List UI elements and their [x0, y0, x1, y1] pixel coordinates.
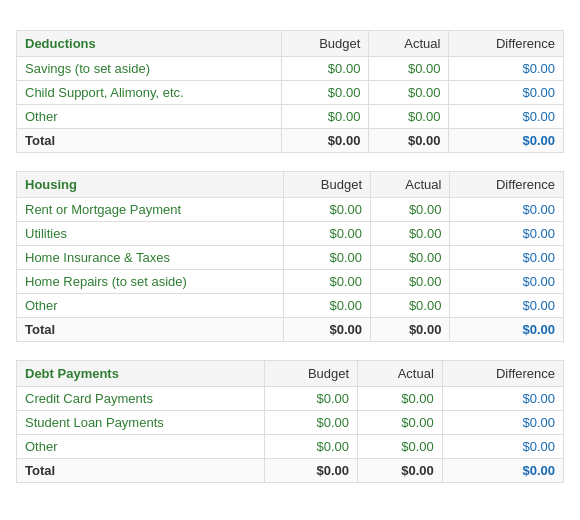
row-difference: $0.00 [442, 435, 563, 459]
row-actual: $0.00 [369, 81, 449, 105]
row-difference: $0.00 [442, 387, 563, 411]
row-budget: $0.00 [284, 246, 371, 270]
row-label: Other [17, 294, 284, 318]
row-budget: $0.00 [284, 270, 371, 294]
total-budget: $0.00 [265, 459, 358, 483]
row-difference: $0.00 [442, 411, 563, 435]
column-header-difference: Difference [449, 31, 564, 57]
row-label: Home Insurance & Taxes [17, 246, 284, 270]
column-header-actual: Actual [371, 172, 450, 198]
column-header-difference: Difference [442, 361, 563, 387]
row-budget: $0.00 [281, 57, 369, 81]
row-actual: $0.00 [371, 246, 450, 270]
row-label: Student Loan Payments [17, 411, 265, 435]
table-row: Child Support, Alimony, etc.$0.00$0.00$0… [17, 81, 564, 105]
section-housing: HousingBudgetActualDifferenceRent or Mor… [16, 171, 564, 342]
total-actual: $0.00 [371, 318, 450, 342]
section-debt-payments: Debt PaymentsBudgetActualDifferenceCredi… [16, 360, 564, 483]
total-label: Total [17, 129, 282, 153]
column-header-actual: Actual [369, 31, 449, 57]
total-label: Total [17, 318, 284, 342]
total-actual: $0.00 [358, 459, 443, 483]
table-row: Student Loan Payments$0.00$0.00$0.00 [17, 411, 564, 435]
row-budget: $0.00 [284, 198, 371, 222]
row-actual: $0.00 [371, 294, 450, 318]
total-difference: $0.00 [450, 318, 564, 342]
table-row: Savings (to set aside)$0.00$0.00$0.00 [17, 57, 564, 81]
row-label: Savings (to set aside) [17, 57, 282, 81]
table-row: Credit Card Payments$0.00$0.00$0.00 [17, 387, 564, 411]
total-row: Total$0.00$0.00$0.00 [17, 459, 564, 483]
table-row: Utilities$0.00$0.00$0.00 [17, 222, 564, 246]
row-difference: $0.00 [450, 270, 564, 294]
row-actual: $0.00 [371, 270, 450, 294]
section-header-deductions: Deductions [17, 31, 282, 57]
row-difference: $0.00 [450, 198, 564, 222]
total-budget: $0.00 [281, 129, 369, 153]
row-difference: $0.00 [449, 57, 564, 81]
row-budget: $0.00 [265, 435, 358, 459]
total-row: Total$0.00$0.00$0.00 [17, 318, 564, 342]
column-header-actual: Actual [358, 361, 443, 387]
total-difference: $0.00 [442, 459, 563, 483]
total-actual: $0.00 [369, 129, 449, 153]
row-actual: $0.00 [371, 222, 450, 246]
row-label: Other [17, 435, 265, 459]
row-actual: $0.00 [369, 105, 449, 129]
row-label: Rent or Mortgage Payment [17, 198, 284, 222]
row-label: Utilities [17, 222, 284, 246]
total-row: Total$0.00$0.00$0.00 [17, 129, 564, 153]
row-actual: $0.00 [358, 411, 443, 435]
section-header-debt-payments: Debt Payments [17, 361, 265, 387]
row-actual: $0.00 [369, 57, 449, 81]
table-row: Rent or Mortgage Payment$0.00$0.00$0.00 [17, 198, 564, 222]
total-difference: $0.00 [449, 129, 564, 153]
section-header-housing: Housing [17, 172, 284, 198]
row-budget: $0.00 [284, 294, 371, 318]
row-difference: $0.00 [450, 246, 564, 270]
row-difference: $0.00 [449, 81, 564, 105]
column-header-budget: Budget [284, 172, 371, 198]
row-difference: $0.00 [449, 105, 564, 129]
table-row: Home Repairs (to set aside)$0.00$0.00$0.… [17, 270, 564, 294]
row-budget: $0.00 [284, 222, 371, 246]
row-actual: $0.00 [358, 435, 443, 459]
column-header-difference: Difference [450, 172, 564, 198]
row-budget: $0.00 [265, 387, 358, 411]
row-label: Credit Card Payments [17, 387, 265, 411]
row-actual: $0.00 [358, 387, 443, 411]
table-row: Other$0.00$0.00$0.00 [17, 105, 564, 129]
row-difference: $0.00 [450, 222, 564, 246]
row-label: Child Support, Alimony, etc. [17, 81, 282, 105]
table-row: Other$0.00$0.00$0.00 [17, 294, 564, 318]
row-actual: $0.00 [371, 198, 450, 222]
table-row: Other$0.00$0.00$0.00 [17, 435, 564, 459]
row-budget: $0.00 [281, 81, 369, 105]
column-header-budget: Budget [281, 31, 369, 57]
row-label: Other [17, 105, 282, 129]
row-label: Home Repairs (to set aside) [17, 270, 284, 294]
total-label: Total [17, 459, 265, 483]
row-difference: $0.00 [450, 294, 564, 318]
row-budget: $0.00 [265, 411, 358, 435]
table-row: Home Insurance & Taxes$0.00$0.00$0.00 [17, 246, 564, 270]
section-deductions: DeductionsBudgetActualDifferenceSavings … [16, 30, 564, 153]
total-budget: $0.00 [284, 318, 371, 342]
column-header-budget: Budget [265, 361, 358, 387]
row-budget: $0.00 [281, 105, 369, 129]
